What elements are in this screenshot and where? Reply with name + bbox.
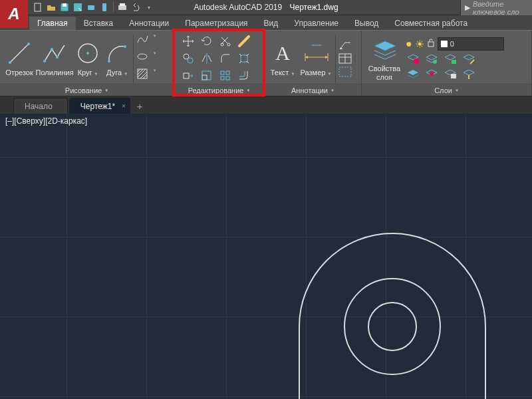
layer-tool-5-icon[interactable] <box>406 67 420 80</box>
tool-table-icon[interactable] <box>338 53 352 64</box>
tool-dropdown-1[interactable]: ▾ <box>154 33 170 49</box>
layer-tool-2-icon[interactable] <box>424 53 439 66</box>
tool-arc[interactable]: Дуга▼ <box>104 40 130 76</box>
tool-layerprops-label: Свойства слоя <box>368 65 400 80</box>
tool-mtext-icon[interactable] <box>338 66 352 77</box>
tool-polyline-label: Полилиния <box>36 68 74 76</box>
tool-fillet-icon[interactable] <box>217 51 234 66</box>
tool-dropdown-3[interactable]: ▾ <box>154 68 170 84</box>
tab-collab[interactable]: Совместная работа <box>386 17 475 30</box>
svg-point-47 <box>368 303 416 350</box>
text-icon: A <box>269 40 296 66</box>
svg-rect-4 <box>88 5 94 10</box>
line-icon <box>6 40 33 66</box>
file-name: Чертеж1.dwg <box>290 3 338 12</box>
tool-line-label: Отрезок <box>5 68 33 76</box>
tab-view[interactable]: Вид <box>256 17 287 30</box>
tool-dimension[interactable]: Размер▼ <box>299 40 332 76</box>
qat-web-icon[interactable] <box>85 1 97 13</box>
layer-tool-4-icon[interactable] <box>462 53 476 66</box>
layer-tool-3-icon[interactable] <box>443 53 458 66</box>
svg-rect-24 <box>241 55 247 62</box>
viewport-label[interactable]: [–][Сверху][2D-каркас] <box>5 116 87 126</box>
tool-erase-icon[interactable] <box>235 33 253 49</box>
tool-dropdown-2[interactable]: ▾ <box>154 51 170 66</box>
qat-new-icon[interactable] <box>32 1 44 13</box>
tool-explode-icon[interactable] <box>235 51 253 66</box>
doc-tab-start[interactable]: Начало <box>13 98 68 114</box>
tool-stretch-icon[interactable] <box>180 68 197 84</box>
panel-annotation: A Текст▼ Размер▼ Аннотации▼ <box>265 31 362 96</box>
quick-access-toolbar: A ▼ Autodesk AutoCAD 2019 Чертеж1.dwg ▶ … <box>0 0 532 15</box>
tool-leader-icon[interactable] <box>338 40 352 51</box>
qat-save-icon[interactable] <box>59 1 70 13</box>
tab-insert[interactable]: Вставка <box>76 17 122 30</box>
qat-undo-icon[interactable] <box>130 1 142 13</box>
qat-plot-icon[interactable] <box>116 1 128 13</box>
tool-scale-icon[interactable] <box>198 68 215 84</box>
tool-layer-props[interactable]: Свойства слоя <box>366 36 403 80</box>
svg-point-46 <box>344 279 440 374</box>
drawing-canvas[interactable]: [–][Сверху][2D-каркас] <box>0 114 532 399</box>
tool-trim-icon[interactable] <box>217 33 234 49</box>
search-box[interactable]: ▶ Введите ключевое сло <box>460 0 532 15</box>
panel-layers-title[interactable]: Слои▼ <box>362 84 531 96</box>
tool-circle-label: Круг▼ <box>78 68 98 76</box>
qat-dropdown-icon[interactable]: ▼ <box>143 1 155 13</box>
tab-annotate[interactable]: Аннотации <box>121 17 177 30</box>
panel-draw: Отрезок Полилиния Круг▼ Дуга▼ ▾ ▾ ▾ <box>0 31 174 96</box>
panel-edit: Редактирование▼ <box>174 31 265 96</box>
panel-draw-title[interactable]: Рисование▼ <box>0 84 174 96</box>
tool-rotate-icon[interactable] <box>198 33 215 49</box>
tool-offset-icon[interactable] <box>235 68 253 84</box>
svg-line-8 <box>10 44 29 63</box>
layer-tool-7-icon[interactable] <box>443 67 458 80</box>
tool-array-icon[interactable] <box>217 68 234 84</box>
drawing-part <box>286 227 512 399</box>
svg-rect-43 <box>452 60 456 64</box>
svg-point-9 <box>9 61 11 64</box>
tool-move-icon[interactable] <box>180 33 197 49</box>
tool-spline-icon[interactable] <box>136 33 152 49</box>
qat-mobile-icon[interactable] <box>98 1 110 13</box>
tool-hatch-icon[interactable] <box>136 68 152 84</box>
svg-rect-7 <box>120 3 125 6</box>
tab-output[interactable]: Вывод <box>346 17 386 30</box>
tool-ellipse-icon[interactable] <box>136 51 152 66</box>
tool-mirror-icon[interactable] <box>198 51 215 66</box>
layer-tool-6-icon[interactable] <box>424 67 439 80</box>
layer-dropdown[interactable]: 0 <box>438 37 504 51</box>
new-tab-button[interactable]: + <box>132 98 148 114</box>
polyline-icon <box>41 40 68 66</box>
svg-point-11 <box>43 60 46 63</box>
layer-tool-1-icon[interactable] <box>406 53 420 66</box>
svg-point-10 <box>27 43 30 45</box>
ribbon-tabs: Главная Вставка Аннотации Параметризация… <box>0 15 532 30</box>
title-bar: Autodesk AutoCAD 2019 Чертеж1.dwg <box>194 3 338 12</box>
tool-circle[interactable]: Круг▼ <box>74 40 101 76</box>
close-tab-icon[interactable]: × <box>122 102 126 110</box>
tool-text[interactable]: A Текст▼ <box>269 40 297 76</box>
panel-edit-title[interactable]: Редактирование▼ <box>174 84 264 96</box>
arc-icon <box>104 40 130 66</box>
tool-copy-icon[interactable] <box>180 51 197 66</box>
svg-point-22 <box>184 54 189 59</box>
svg-rect-6 <box>118 5 126 10</box>
svg-point-44 <box>430 72 434 76</box>
svg-rect-26 <box>202 75 207 80</box>
qat-saveas-icon[interactable] <box>72 1 84 13</box>
app-logo[interactable]: A <box>0 0 28 28</box>
panel-annot-title[interactable]: Аннотации▼ <box>265 84 361 96</box>
doc-tab-current[interactable]: Чертеж1* × <box>69 98 130 114</box>
tab-manage[interactable]: Управление <box>286 17 346 30</box>
tool-text-label: Текст▼ <box>271 68 295 76</box>
tool-line[interactable]: Отрезок <box>4 40 35 76</box>
tool-polyline[interactable]: Полилиния <box>37 40 72 76</box>
dimension-icon <box>303 40 329 66</box>
layer-swatch-icon <box>441 41 448 47</box>
layer-tool-8-icon[interactable] <box>462 67 476 80</box>
qat-open-icon[interactable] <box>45 1 57 13</box>
svg-point-18 <box>138 54 147 59</box>
tab-parametric[interactable]: Параметризация <box>177 17 255 30</box>
tab-home[interactable]: Главная <box>29 17 76 30</box>
